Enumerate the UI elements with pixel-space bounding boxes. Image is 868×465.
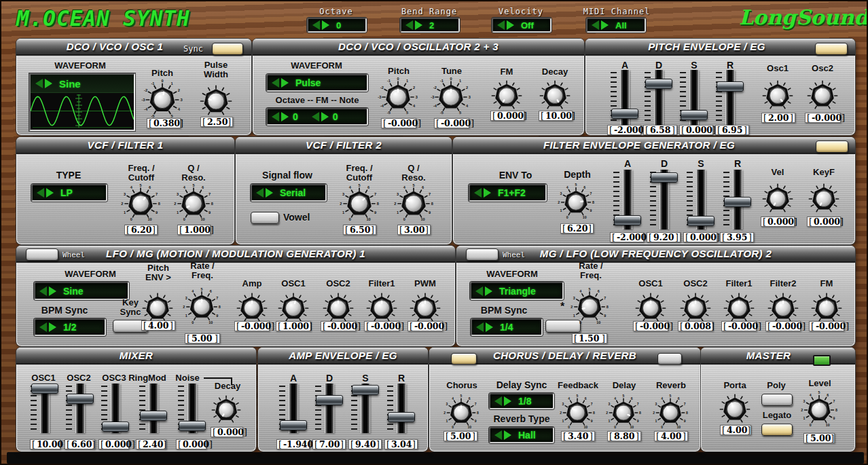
- filter-eg-envto-selector[interactable]: F1+F2: [469, 184, 547, 202]
- slider-handle[interactable]: [611, 109, 638, 119]
- bend-range-selector[interactable]: 2: [400, 18, 460, 33]
- lfo2-osc2-knob[interactable]: [680, 293, 711, 324]
- filter-eg-enable-button[interactable]: [816, 141, 848, 153]
- amp-eg-s-slider[interactable]: [350, 384, 380, 433]
- left-arrow-icon[interactable]: [35, 79, 43, 88]
- left-arrow-icon[interactable]: [592, 20, 599, 30]
- mixer-osc2-slider[interactable]: [65, 384, 95, 433]
- slider-handle[interactable]: [352, 385, 379, 395]
- fx-reverb-type-selector[interactable]: Hall: [489, 427, 554, 443]
- slider-handle[interactable]: [179, 421, 206, 431]
- lfo1-pitchenv-knob[interactable]: [142, 293, 173, 324]
- right-arrow-icon[interactable]: [485, 286, 492, 296]
- mixer-osc1-slider[interactable]: [30, 384, 60, 433]
- slider-handle[interactable]: [102, 422, 129, 432]
- right-arrow-icon[interactable]: [46, 188, 54, 198]
- osc23-octave-note-selector[interactable]: 0 0: [266, 108, 368, 126]
- fx-delay-knob[interactable]: 012345678910: [605, 394, 642, 431]
- osc1-pitch-knob[interactable]: -5-4-3-2-1012345: [141, 79, 183, 121]
- lfo2-filter2-knob[interactable]: [767, 293, 799, 324]
- right-arrow-icon[interactable]: [281, 78, 289, 88]
- master-legato-button[interactable]: [761, 424, 793, 436]
- slider-handle[interactable]: [717, 81, 744, 92]
- right-arrow-icon[interactable]: [504, 430, 511, 440]
- filter2-signal-selector[interactable]: Serial: [251, 184, 327, 202]
- amp-eg-a-slider[interactable]: [278, 384, 308, 433]
- left-arrow-icon[interactable]: [272, 78, 279, 88]
- left-arrow-icon[interactable]: [497, 20, 505, 30]
- pitch-eg-enable-button[interactable]: [815, 43, 848, 55]
- mixer-osc3-slider[interactable]: [101, 384, 130, 433]
- osc23-waveform-selector[interactable]: Pulse: [266, 74, 368, 92]
- amp-eg-d-slider[interactable]: [314, 384, 344, 433]
- fx-chorus-knob[interactable]: 012345678910: [443, 394, 480, 431]
- osc1-sync-button[interactable]: [212, 43, 243, 55]
- filter2-vowel-button[interactable]: [251, 212, 279, 224]
- slider-handle[interactable]: [651, 172, 678, 183]
- master-poly-button[interactable]: [761, 394, 793, 406]
- lfo2-wheel-button[interactable]: [466, 248, 499, 261]
- filter1-freq-knob[interactable]: 012345678910: [120, 183, 161, 224]
- lfo1-amp-knob[interactable]: [236, 293, 268, 324]
- fx-delay-sync-selector[interactable]: 1/8: [489, 393, 554, 409]
- lfo1-waveform-selector[interactable]: Sine: [34, 282, 129, 300]
- lfo2-filter1-knob[interactable]: [723, 293, 755, 324]
- filter-eg-s-slider[interactable]: [686, 170, 716, 229]
- filter-eg-vel-knob[interactable]: [762, 183, 793, 215]
- osc23-tune-knob[interactable]: -5-4-3-2-1012345: [431, 77, 471, 117]
- right-arrow-icon[interactable]: [49, 322, 56, 332]
- left-arrow-icon[interactable]: [312, 112, 319, 122]
- left-arrow-icon[interactable]: [405, 20, 413, 30]
- fx-bypass-button[interactable]: [657, 353, 682, 365]
- octave-selector[interactable]: 0: [307, 18, 367, 33]
- mixer-decay-knob[interactable]: [211, 395, 241, 425]
- lfo1-osc1-knob[interactable]: [278, 293, 309, 324]
- filter-eg-keyf-knob[interactable]: [808, 183, 839, 215]
- right-arrow-icon[interactable]: [507, 20, 514, 30]
- lfo2-fm-knob[interactable]: [811, 293, 842, 324]
- amp-eg-r-slider[interactable]: [386, 384, 416, 433]
- slider-handle[interactable]: [645, 79, 672, 89]
- osc1-waveform-display[interactable]: Sine: [29, 73, 135, 131]
- left-arrow-icon[interactable]: [474, 188, 482, 198]
- slider-handle[interactable]: [614, 215, 641, 225]
- osc23-fm-knob[interactable]: [491, 80, 522, 111]
- fx-feedback-knob[interactable]: 012345678910: [559, 394, 596, 431]
- right-arrow-icon[interactable]: [49, 286, 56, 296]
- pitch-eg-osc1-knob[interactable]: [762, 80, 793, 111]
- lfo2-bpm-selector[interactable]: 1/4: [471, 318, 543, 336]
- lfo1-wheel-button[interactable]: [26, 248, 58, 261]
- slider-handle[interactable]: [280, 420, 307, 430]
- slider-handle[interactable]: [67, 394, 94, 404]
- pitch-eg-r-slider[interactable]: [715, 70, 745, 126]
- slider-handle[interactable]: [681, 110, 708, 120]
- left-arrow-icon[interactable]: [312, 20, 320, 30]
- master-level-knob[interactable]: 012345678910: [800, 391, 838, 429]
- lfo1-osc2-knob[interactable]: [323, 293, 354, 324]
- right-arrow-icon[interactable]: [321, 112, 329, 122]
- left-arrow-icon[interactable]: [494, 396, 502, 406]
- osc23-decay-knob[interactable]: [539, 80, 571, 111]
- slider-handle[interactable]: [31, 384, 58, 394]
- pitch-eg-a-slider[interactable]: [610, 70, 640, 126]
- filter-eg-d-slider[interactable]: [649, 170, 679, 229]
- osc23-pitch-knob[interactable]: -5-4-3-2-1012345: [378, 77, 418, 117]
- slider-handle[interactable]: [388, 412, 415, 422]
- filter-eg-depth-knob[interactable]: 012345678910: [557, 183, 595, 221]
- left-arrow-icon[interactable]: [476, 322, 484, 332]
- lfo1-pwm-knob[interactable]: [410, 293, 441, 324]
- filter-eg-r-slider[interactable]: [723, 170, 753, 229]
- left-arrow-icon[interactable]: [272, 112, 279, 122]
- lfo1-filter1-knob[interactable]: [366, 293, 397, 324]
- filter2-freq-knob[interactable]: 012345678910: [339, 183, 380, 224]
- right-arrow-icon[interactable]: [322, 20, 329, 30]
- slider-handle[interactable]: [687, 216, 715, 226]
- right-arrow-icon[interactable]: [45, 79, 52, 88]
- left-arrow-icon[interactable]: [39, 286, 47, 296]
- right-arrow-icon[interactable]: [504, 396, 511, 406]
- left-arrow-icon[interactable]: [475, 286, 483, 296]
- lfo2-waveform-selector[interactable]: Triangle: [470, 282, 564, 300]
- right-arrow-icon[interactable]: [484, 188, 491, 198]
- right-arrow-icon[interactable]: [415, 20, 422, 30]
- master-porta-knob[interactable]: [719, 394, 751, 425]
